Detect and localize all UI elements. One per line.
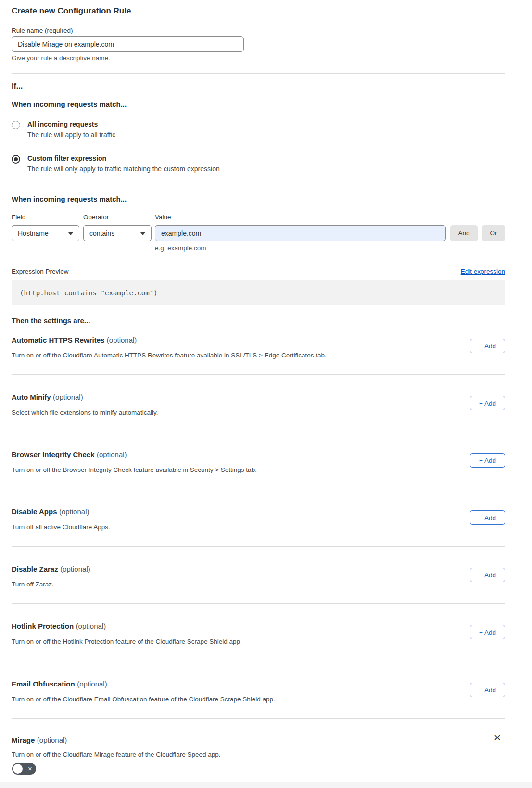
operator-select[interactable]: contains xyxy=(83,225,152,241)
value-input[interactable] xyxy=(155,225,446,241)
field-label: Field xyxy=(12,214,25,221)
setting-description: Turn on or off the Hotlink Protection fe… xyxy=(12,638,505,645)
add-button[interactable]: + Add xyxy=(470,683,505,697)
value-label: Value xyxy=(155,214,171,221)
divider xyxy=(12,432,505,432)
radio-option-custom-filter-expression[interactable]: Custom filter expression The rule will o… xyxy=(12,154,444,173)
add-button[interactable]: + Add xyxy=(470,453,505,468)
setting-description: Turn off Zaraz. xyxy=(12,581,505,588)
add-button[interactable]: + Add xyxy=(470,568,505,582)
setting-row-hotlink-protection: Hotlink Protection (optional) Turn on or… xyxy=(12,622,505,661)
setting-title: Email Obfuscation xyxy=(12,680,75,688)
operator-label: Operator xyxy=(83,214,109,221)
setting-row-disable-apps: Disable Apps (optional) Turn off all act… xyxy=(12,508,505,547)
setting-optional: (optional) xyxy=(60,565,90,573)
rule-name-label: Rule name (required) xyxy=(12,27,73,34)
expression-code: (http.host contains "example.com") xyxy=(20,289,158,297)
operator-select-value: contains xyxy=(89,229,114,237)
setting-row-auto-minify: Auto Minify (optional) Select which file… xyxy=(12,393,505,432)
setting-row-disable-zaraz: Disable Zaraz (optional) Turn off Zaraz.… xyxy=(12,565,505,604)
setting-title: Disable Zaraz xyxy=(12,565,58,573)
setting-description: Turn on or off the Cloudflare Mirage fea… xyxy=(12,751,505,758)
divider xyxy=(12,374,505,375)
next-section-edge xyxy=(0,782,532,788)
radio-label: Custom filter expression xyxy=(27,154,444,162)
divider xyxy=(12,718,505,719)
setting-optional: (optional) xyxy=(77,680,107,688)
setting-optional: (optional) xyxy=(97,450,127,458)
radio-unselected-icon[interactable] xyxy=(12,121,20,129)
expression-preview-box: (http.host contains "example.com") xyxy=(12,280,505,305)
expression-preview-label: Expression Preview xyxy=(12,268,69,275)
setting-row-mirage: Mirage (optional) ✕ Turn on or off the C… xyxy=(12,736,505,782)
rule-name-input[interactable] xyxy=(12,36,244,52)
add-button[interactable]: + Add xyxy=(470,510,505,525)
divider xyxy=(12,489,505,489)
divider xyxy=(12,73,505,74)
setting-title: Browser Integrity Check xyxy=(12,450,95,458)
add-button[interactable]: + Add xyxy=(470,339,505,353)
setting-row-email-obfuscation: Email Obfuscation (optional) Turn on or … xyxy=(12,680,505,719)
setting-description: Turn on or off the Cloudflare Email Obfu… xyxy=(12,696,505,703)
create-configuration-rule-page: Create new Configuration Rule Rule name … xyxy=(0,0,532,788)
radio-description: The rule will only apply to traffic matc… xyxy=(27,165,444,173)
if-heading: If... xyxy=(12,82,23,90)
toggle-knob xyxy=(13,764,23,774)
setting-title: Mirage xyxy=(12,736,35,744)
setting-row-automatic-https-rewrites: Automatic HTTPS Rewrites (optional) Turn… xyxy=(12,336,505,375)
and-button[interactable]: And xyxy=(450,225,478,241)
edit-expression-link[interactable]: Edit expression xyxy=(461,268,505,275)
chevron-down-icon xyxy=(140,232,145,235)
setting-title: Disable Apps xyxy=(12,508,57,516)
then-heading: Then the settings are... xyxy=(12,317,90,325)
toggle-off-icon: ✕ xyxy=(28,765,32,772)
setting-optional: (optional) xyxy=(59,508,89,516)
match-heading: When incoming requests match... xyxy=(12,100,127,108)
radio-label: All incoming requests xyxy=(27,120,444,128)
divider xyxy=(12,603,505,604)
builder-heading: When incoming requests match... xyxy=(12,195,127,203)
mirage-toggle[interactable]: ✕ xyxy=(12,763,36,775)
radio-description: The rule will apply to all traffic xyxy=(27,131,444,139)
rule-name-help: Give your rule a descriptive name. xyxy=(12,54,110,62)
field-select-value: Hostname xyxy=(18,229,49,237)
radio-option-all-incoming-requests[interactable]: All incoming requests The rule will appl… xyxy=(12,120,444,139)
setting-title: Hotlink Protection xyxy=(12,622,74,630)
divider xyxy=(12,661,505,661)
setting-description: Turn off all active Cloudflare Apps. xyxy=(12,523,505,531)
setting-optional: (optional) xyxy=(53,393,83,401)
add-button[interactable]: + Add xyxy=(470,396,505,410)
setting-title: Auto Minify xyxy=(12,393,51,401)
chevron-down-icon xyxy=(68,232,73,235)
setting-title: Automatic HTTPS Rewrites xyxy=(12,336,104,344)
setting-description: Select which file extensions to minify a… xyxy=(12,409,505,416)
setting-optional: (optional) xyxy=(76,622,106,630)
setting-description: Turn on or off the Browser Integrity Che… xyxy=(12,466,505,473)
setting-optional: (optional) xyxy=(107,336,137,344)
or-button[interactable]: Or xyxy=(482,225,505,241)
setting-optional: (optional) xyxy=(37,736,67,744)
radio-selected-icon[interactable] xyxy=(12,155,20,164)
page-title: Create new Configuration Rule xyxy=(12,6,131,16)
add-button[interactable]: + Add xyxy=(470,625,505,639)
setting-row-browser-integrity-check: Browser Integrity Check (optional) Turn … xyxy=(12,450,505,490)
setting-description: Turn on or off the Cloudflare Automatic … xyxy=(12,352,505,359)
remove-setting-icon[interactable]: ✕ xyxy=(494,733,501,742)
value-help: e.g. example.com xyxy=(155,244,206,252)
divider xyxy=(12,546,505,547)
field-select[interactable]: Hostname xyxy=(12,225,79,241)
